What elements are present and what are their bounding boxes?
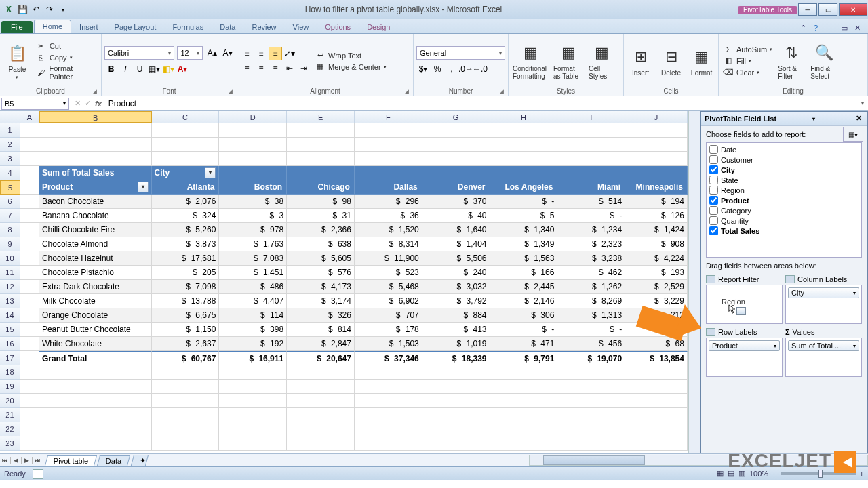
redo-icon[interactable]: ↷ (43, 3, 56, 16)
format-as-table-button[interactable]: ▦Format as Table (552, 41, 585, 81)
field-quantity[interactable]: Quantity (708, 216, 860, 226)
sheet-nav-prev-icon[interactable]: ◀ (11, 457, 22, 464)
sheet-nav-next-icon[interactable]: ▶ (22, 457, 33, 464)
align-center-icon[interactable]: ≡ (254, 62, 268, 75)
col-header-G[interactable]: G (422, 111, 490, 123)
close-button[interactable]: ✕ (839, 3, 867, 16)
field-total-sales[interactable]: Total Sales (708, 226, 860, 236)
field-customer[interactable]: Customer (708, 155, 860, 165)
align-middle-icon[interactable]: ≡ (254, 47, 268, 60)
col-header-J[interactable]: J (625, 111, 688, 123)
row-header[interactable]: 11 (0, 266, 20, 280)
row-header[interactable]: 13 (0, 294, 20, 308)
zone-values[interactable]: ΣValues Sum of Total ...▾ (785, 327, 862, 384)
align-left-icon[interactable]: ≡ (240, 62, 254, 75)
vertical-scrollbar[interactable] (688, 111, 700, 453)
zoom-in-icon[interactable]: + (860, 470, 864, 478)
tab-formulas[interactable]: Formulas (164, 21, 212, 33)
field-state[interactable]: State (708, 175, 860, 185)
sheet-nav-first-icon[interactable]: ⏮ (0, 457, 11, 464)
undo-icon[interactable]: ↶ (30, 3, 42, 16)
format-painter-button[interactable]: 🖌Format Painter (35, 64, 98, 81)
row-header[interactable]: 10 (0, 251, 20, 266)
paste-button[interactable]: 📋Paste▾ (3, 41, 32, 81)
select-all-corner[interactable] (0, 111, 20, 123)
col-header-F[interactable]: F (355, 111, 422, 123)
row-header[interactable]: 16 (0, 337, 20, 351)
zone-report-filter[interactable]: Report Filter Region (706, 274, 783, 324)
zone-item-product[interactable]: Product▾ (709, 340, 780, 351)
grow-font-icon[interactable]: A▴ (205, 46, 218, 60)
window-close-icon[interactable]: ✕ (854, 24, 864, 33)
row-header[interactable]: 18 (0, 365, 20, 380)
align-top-icon[interactable]: ≡ (240, 47, 254, 60)
window-min-icon[interactable]: ─ (827, 24, 837, 33)
col-header-H[interactable]: H (490, 111, 558, 123)
clear-button[interactable]: ⌫Clear▾ (722, 67, 774, 77)
dec-decimal-icon[interactable]: ←.0 (473, 62, 487, 76)
row-header[interactable]: 3 (0, 152, 20, 166)
font-color-button[interactable]: A▾ (176, 62, 189, 76)
minimize-button[interactable]: ─ (798, 3, 817, 16)
window-restore-icon[interactable]: ▭ (841, 24, 850, 33)
shrink-font-icon[interactable]: A▾ (221, 46, 234, 60)
font-size-combo[interactable]: 12▾ (177, 46, 203, 60)
col-header-A[interactable]: A (20, 111, 39, 123)
cancel-formula-icon[interactable]: ✕ (75, 99, 81, 108)
save-icon[interactable]: 💾 (16, 3, 28, 16)
row-header[interactable]: 4 (0, 166, 20, 180)
format-cells-button[interactable]: ▦Format (688, 45, 715, 78)
dialog-launcher-icon[interactable]: ◢ (92, 88, 97, 95)
row-header[interactable]: 6 (0, 195, 20, 209)
tab-data[interactable]: Data (212, 21, 243, 33)
field-date[interactable]: Date (708, 144, 860, 155)
number-format-combo[interactable]: General▾ (416, 46, 505, 60)
bold-button[interactable]: B (104, 62, 118, 76)
align-right-icon[interactable]: ≡ (269, 62, 282, 75)
orientation-icon[interactable]: ⤢▾ (283, 47, 296, 60)
indent-dec-icon[interactable]: ⇤ (283, 62, 296, 75)
indent-inc-icon[interactable]: ⇥ (297, 62, 311, 75)
row-header[interactable]: 5 (0, 180, 20, 195)
zone-item-city[interactable]: City▾ (788, 287, 859, 298)
row-header[interactable]: 12 (0, 280, 20, 294)
currency-icon[interactable]: $▾ (416, 62, 430, 76)
tab-review[interactable]: Review (243, 21, 284, 33)
row-header[interactable]: 23 (0, 436, 20, 451)
field-list[interactable]: DateCustomerCityStateRegionProductCatego… (706, 142, 862, 258)
wrap-text-button[interactable]: ↩Wrap Text (313, 50, 388, 60)
row-header[interactable]: 17 (0, 351, 20, 365)
new-sheet-button[interactable]: ✦ (130, 455, 148, 466)
comma-icon[interactable]: , (445, 62, 458, 76)
align-bottom-icon[interactable]: ≡ (269, 47, 282, 60)
border-button[interactable]: ▦▾ (147, 62, 161, 76)
col-header-D[interactable]: D (219, 111, 287, 123)
col-header-I[interactable]: I (557, 111, 625, 123)
tab-home[interactable]: Home (34, 20, 71, 33)
conditional-formatting-button[interactable]: ▦Conditional Formatting (511, 41, 549, 81)
copy-button[interactable]: ⎘Copy▾ (35, 53, 98, 62)
help-icon[interactable]: ? (814, 24, 823, 33)
row-header[interactable]: 1 (0, 123, 20, 138)
name-box[interactable]: B5▾ (1, 98, 69, 110)
row-header[interactable]: 20 (0, 394, 20, 408)
row-header[interactable]: 22 (0, 422, 20, 436)
row-header[interactable]: 2 (0, 138, 20, 152)
field-category[interactable]: Category (708, 205, 860, 216)
row-header[interactable]: 9 (0, 237, 20, 251)
tab-pagelayout[interactable]: Page Layout (106, 21, 165, 33)
sheet-nav-last-icon[interactable]: ⏭ (33, 457, 43, 464)
autosum-button[interactable]: ΣAutoSum▾ (722, 45, 774, 54)
fill-button[interactable]: ◧Fill▾ (722, 56, 774, 66)
expand-formula-icon[interactable]: ▾ (857, 100, 868, 106)
tab-view[interactable]: View (285, 21, 317, 33)
enter-formula-icon[interactable]: ✓ (85, 99, 91, 108)
underline-button[interactable]: U (133, 62, 146, 76)
inc-decimal-icon[interactable]: .0→ (459, 62, 473, 76)
formula-input[interactable] (106, 99, 857, 108)
field-region[interactable]: Region (708, 185, 860, 195)
row-header[interactable]: 21 (0, 408, 20, 422)
maximize-button[interactable]: ▭ (818, 3, 837, 16)
pane-close-icon[interactable]: ✕ (854, 114, 863, 123)
col-header-C[interactable]: C (152, 111, 220, 123)
